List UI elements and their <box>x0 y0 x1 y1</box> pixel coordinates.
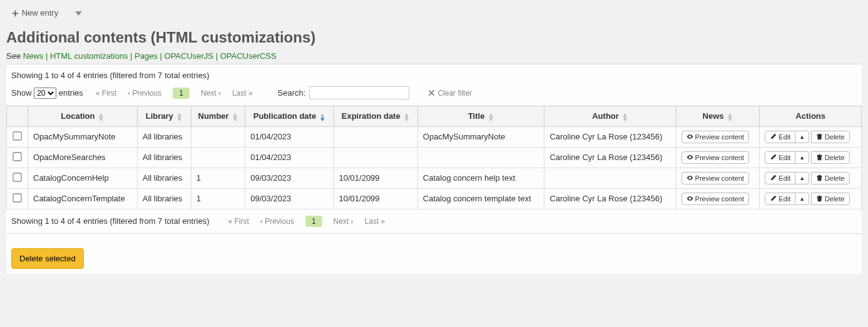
cell-author: Caroline Cyr La Rose (123456) <box>544 147 676 168</box>
cell-title: Catalog concern help text <box>417 168 544 188</box>
preview-content-button[interactable]: Preview content <box>682 172 749 184</box>
new-entry-dropdown-toggle[interactable] <box>75 8 82 18</box>
new-entry-button[interactable]: New entry <box>6 6 63 19</box>
preview-content-button[interactable]: Preview content <box>682 131 749 143</box>
col-number[interactable]: Number▲▼ <box>191 106 245 127</box>
pencil-icon <box>770 154 777 161</box>
info-top: Showing 1 to 4 of 4 entries (filtered fr… <box>6 64 862 86</box>
cell-location: OpacMoreSearches <box>28 147 138 168</box>
caret-up-icon: ▲ <box>799 175 805 181</box>
edit-dropdown-toggle[interactable]: ▲ <box>795 193 809 205</box>
table-row: CatalogConcernHelpAll libraries109/03/20… <box>7 168 862 188</box>
page-title: Additional contents (HTML customizations… <box>6 29 862 46</box>
row-checkbox[interactable] <box>13 193 21 202</box>
pencil-icon <box>770 174 777 181</box>
cell-title: OpacMySummaryNote <box>417 126 544 147</box>
preview-content-button[interactable]: Preview content <box>682 151 749 164</box>
show-entries: Show 20 entries <box>11 88 83 99</box>
row-checkbox[interactable] <box>13 131 21 140</box>
cell-number <box>191 147 245 168</box>
row-checkbox[interactable] <box>13 152 21 161</box>
cell-actions: Edit▲ Delete <box>760 168 862 188</box>
search-input[interactable] <box>309 86 409 99</box>
delete-button[interactable]: Delete <box>811 131 850 143</box>
cell-title: Catalog concern template text <box>417 188 544 209</box>
new-entry-label: New entry <box>22 8 59 18</box>
cell-actions: Edit▲ Delete <box>760 126 862 147</box>
clear-filter-button[interactable]: Clear filter <box>428 89 472 98</box>
eye-icon <box>687 154 693 161</box>
caret-up-icon: ▲ <box>799 154 805 161</box>
col-news[interactable]: News▲▼ <box>676 106 760 127</box>
pager-current-bottom: 1 <box>305 216 322 227</box>
cell-news: Preview content <box>676 126 760 147</box>
pager-next-bottom[interactable]: Next › <box>334 217 354 226</box>
caret-up-icon: ▲ <box>799 134 805 140</box>
eye-icon <box>687 133 693 140</box>
cell-exp-date: 10/01/2099 <box>334 188 417 209</box>
plus-icon <box>11 9 19 18</box>
edit-dropdown-toggle[interactable]: ▲ <box>795 172 809 184</box>
cell-actions: Edit▲ Delete <box>760 147 862 168</box>
pager-next[interactable]: Next › <box>201 89 221 98</box>
see-link-html-customizations[interactable]: HTML customizations <box>50 51 128 61</box>
see-link-pages[interactable]: Pages <box>135 51 158 61</box>
cell-pub-date: 01/04/2023 <box>245 126 334 147</box>
col-location[interactable]: Location▲▼ <box>28 106 138 127</box>
preview-content-button[interactable]: Preview content <box>682 193 749 205</box>
pager-last-bottom[interactable]: Last » <box>365 217 385 226</box>
edit-dropdown-toggle[interactable]: ▲ <box>795 151 809 164</box>
delete-selected-button[interactable]: Delete selected <box>11 248 84 269</box>
edit-button[interactable]: Edit <box>765 172 795 184</box>
row-checkbox[interactable] <box>13 173 21 181</box>
cell-exp-date <box>334 147 417 168</box>
see-line: See News | HTML customizations | Pages |… <box>6 51 862 61</box>
cell-location: CatalogConcernTemplate <box>28 188 138 209</box>
eye-icon <box>687 174 693 181</box>
cell-number: 1 <box>191 188 245 209</box>
cell-actions: Edit▲ Delete <box>760 188 862 209</box>
edit-button[interactable]: Edit <box>765 193 795 205</box>
col-author[interactable]: Author▲▼ <box>544 106 676 127</box>
caret-down-icon <box>75 10 82 17</box>
pencil-icon <box>770 133 777 140</box>
cell-news: Preview content <box>676 168 760 188</box>
cell-number <box>191 126 245 147</box>
edit-dropdown-toggle[interactable]: ▲ <box>795 131 809 143</box>
col-exp-date[interactable]: Expiration date▲▼ <box>334 106 417 127</box>
pager-prev[interactable]: ‹ Previous <box>128 89 161 98</box>
cell-exp-date <box>334 126 417 147</box>
pager-prev-bottom[interactable]: ‹ Previous <box>260 217 294 226</box>
col-library[interactable]: Library▲▼ <box>137 106 191 127</box>
cell-pub-date: 01/04/2023 <box>245 147 334 168</box>
cell-pub-date: 09/03/2023 <box>245 188 334 209</box>
search-label: Search: <box>278 88 306 98</box>
col-actions: Actions <box>760 106 862 127</box>
trash-icon <box>816 154 823 161</box>
col-title[interactable]: Title▲▼ <box>417 106 544 127</box>
see-link-news[interactable]: News <box>23 51 44 61</box>
trash-icon <box>816 174 823 181</box>
table-row: OpacMySummaryNoteAll libraries01/04/2023… <box>7 126 862 147</box>
see-link-opacusercss[interactable]: OPACUserCSS <box>220 51 277 61</box>
edit-button[interactable]: Edit <box>765 151 795 164</box>
pager-current: 1 <box>173 88 190 99</box>
cell-number: 1 <box>191 168 245 188</box>
col-checkbox <box>7 106 28 127</box>
pager-first-bottom[interactable]: « First <box>228 217 249 226</box>
cell-exp-date: 10/01/2099 <box>334 168 417 188</box>
delete-button[interactable]: Delete <box>811 172 850 184</box>
table-row: OpacMoreSearchesAll libraries01/04/2023C… <box>7 147 862 168</box>
cell-author: Caroline Cyr La Rose (123456) <box>544 126 676 147</box>
pager-last[interactable]: Last » <box>232 89 253 98</box>
cell-title <box>417 147 544 168</box>
col-pub-date[interactable]: Publication date▲▼ <box>245 106 334 127</box>
see-link-opacuserjs[interactable]: OPACUserJS <box>165 51 214 61</box>
edit-button[interactable]: Edit <box>765 131 795 143</box>
entries-select[interactable]: 20 <box>34 88 56 99</box>
cell-pub-date: 09/03/2023 <box>245 168 334 188</box>
info-bottom: Showing 1 to 4 of 4 entries (filtered fr… <box>11 216 210 226</box>
delete-button[interactable]: Delete <box>811 151 850 164</box>
delete-button[interactable]: Delete <box>811 193 850 205</box>
pager-first[interactable]: « First <box>96 89 116 98</box>
